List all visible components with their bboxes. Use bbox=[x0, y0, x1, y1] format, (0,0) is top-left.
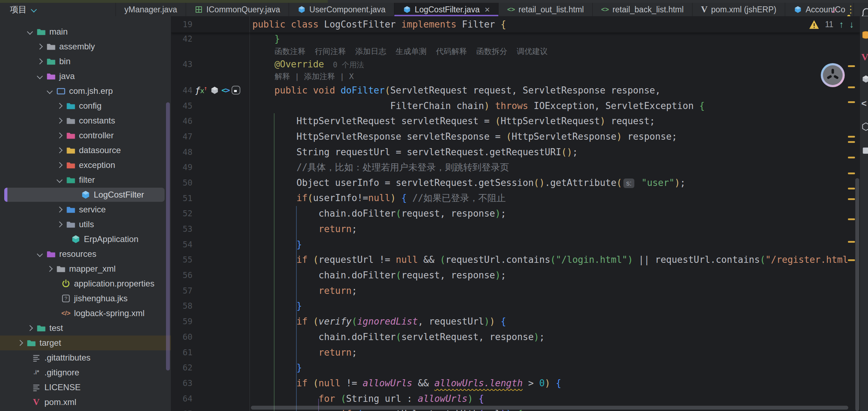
code-token: servletRequest, response bbox=[401, 332, 534, 342]
project-panel-header[interactable]: 项目 bbox=[0, 3, 116, 16]
tree-item-com.jsh.erp[interactable]: com.jsh.erp bbox=[0, 84, 171, 98]
code-editor[interactable]: 19public class LogCostFilter implements … bbox=[171, 16, 860, 411]
error-stripe-mark[interactable] bbox=[848, 259, 855, 261]
editor-vertical-scrollbar[interactable] bbox=[855, 178, 859, 411]
tree-item-resources[interactable]: resources bbox=[0, 247, 171, 261]
chevron-right-icon[interactable] bbox=[57, 162, 63, 168]
chevron-right-icon[interactable] bbox=[37, 59, 43, 65]
ai-cube-icon[interactable] bbox=[210, 86, 219, 95]
tool-stripe-hexagon-icon[interactable] bbox=[861, 122, 868, 133]
tool-stripe-square-icon[interactable] bbox=[861, 146, 868, 157]
error-stripe-mark[interactable] bbox=[848, 136, 855, 138]
editor-horizontal-scrollbar[interactable] bbox=[251, 406, 848, 410]
chevron-right-icon[interactable] bbox=[37, 44, 43, 50]
tab-ICommonQuery.java[interactable]: ICommonQuery.java bbox=[186, 3, 289, 16]
code-token: ; bbox=[352, 224, 357, 234]
tree-item-datasource[interactable]: datasource bbox=[0, 143, 171, 158]
more-tabs-button[interactable]: ⋮ bbox=[844, 3, 858, 16]
tree-item-.gitignore[interactable]: .i*.gitignore bbox=[0, 365, 171, 380]
package-icon bbox=[56, 86, 66, 96]
chevron-down-icon[interactable] bbox=[47, 88, 53, 94]
code-token: userInfo!= bbox=[313, 193, 368, 203]
code-token: String requestUrl = servletRequest.getRe… bbox=[252, 147, 561, 157]
tree-item-controller[interactable]: controller bbox=[0, 128, 171, 143]
prev-warning-arrow-icon[interactable]: ↑ bbox=[839, 19, 844, 30]
tab-retail_back_list.html[interactable]: <>retail_back_list.html bbox=[592, 3, 692, 16]
code-token: ) bbox=[627, 254, 633, 265]
chevron-right-icon[interactable] bbox=[57, 207, 63, 213]
tree-item-application.properties[interactable]: application.properties bbox=[0, 276, 171, 291]
tree-item-.gitattributes[interactable]: .gitattributes bbox=[0, 350, 171, 365]
chevron-right-icon[interactable] bbox=[57, 118, 63, 124]
tree-item-main[interactable]: main bbox=[0, 24, 171, 39]
tool-stripe-angle-icon[interactable]: < bbox=[861, 98, 867, 109]
tree-item-constants[interactable]: constants bbox=[0, 113, 171, 128]
tab-pom.xml-jshERP-[interactable]: Vpom.xml (jshERP) bbox=[692, 3, 785, 16]
code-token: null bbox=[368, 193, 390, 203]
sidebar-scrollbar[interactable] bbox=[166, 102, 170, 370]
tool-stripe-maven-icon[interactable]: V bbox=[861, 52, 868, 63]
tree-item-mapper_xml[interactable]: mapper_xml bbox=[0, 261, 171, 276]
error-stripe-mark[interactable] bbox=[848, 141, 855, 143]
inspection-widget[interactable]: 11 ↑ ↓ bbox=[809, 16, 854, 32]
code-token: return bbox=[252, 224, 352, 234]
code-token: null bbox=[319, 378, 341, 388]
ai-fx-icon[interactable]: ƒx↑ bbox=[195, 86, 208, 95]
tree-item-test[interactable]: test bbox=[0, 321, 171, 336]
chevron-right-icon[interactable] bbox=[17, 340, 23, 346]
error-stripe-mark[interactable] bbox=[848, 198, 855, 200]
close-icon[interactable]: × bbox=[485, 5, 490, 14]
error-stripe-mark[interactable] bbox=[848, 173, 855, 174]
tree-item-java[interactable]: java bbox=[0, 69, 171, 84]
code-token: { bbox=[401, 193, 407, 203]
tree-item-utils[interactable]: utils bbox=[0, 217, 171, 232]
code-text: chain.doFilter(request, response); bbox=[250, 208, 506, 219]
chevron-right-icon[interactable] bbox=[47, 266, 53, 272]
tool-stripe-coins-icon[interactable] bbox=[861, 30, 868, 41]
tree-item-target[interactable]: target bbox=[0, 336, 171, 350]
error-stripe-mark[interactable] bbox=[848, 157, 855, 158]
error-stripe-mark[interactable] bbox=[848, 218, 855, 220]
tree-item-config[interactable]: config bbox=[0, 98, 171, 113]
tree-item-filter[interactable]: filter bbox=[0, 173, 171, 187]
tree-item-pom.xml[interactable]: Vpom.xml bbox=[0, 395, 171, 410]
chevron-down-icon[interactable] bbox=[37, 73, 43, 79]
chevron-right-icon[interactable] bbox=[27, 325, 33, 331]
tree-item-service[interactable]: service bbox=[0, 202, 171, 217]
code-text: return; bbox=[250, 285, 357, 296]
error-stripe-mark[interactable] bbox=[848, 101, 855, 103]
chevron-down-icon[interactable] bbox=[31, 7, 37, 13]
chevron-down-icon[interactable] bbox=[37, 251, 43, 257]
code-token bbox=[396, 193, 401, 203]
tab-UserComponent.java[interactable]: UserComponent.java bbox=[289, 3, 394, 16]
tree-item-bin[interactable]: bin bbox=[0, 54, 171, 69]
code-line-62: 62 } bbox=[171, 360, 860, 375]
tool-stripe-cube-icon[interactable] bbox=[861, 74, 868, 85]
tree-item-LICENSE[interactable]: LICENSE bbox=[0, 380, 171, 395]
tab-retail_out_list.html[interactable]: <>retail_out_list.html bbox=[498, 3, 592, 16]
chevron-right-icon[interactable] bbox=[57, 133, 63, 139]
tree-item-jishenghua.jks[interactable]: ?jishenghua.jks bbox=[0, 291, 171, 306]
tree-item-ErpApplication[interactable]: ErpApplication bbox=[0, 232, 171, 247]
tree-item-assembly[interactable]: assembly bbox=[0, 39, 171, 54]
error-stripe-mark[interactable] bbox=[848, 241, 855, 243]
tab-LogCostFilter.java[interactable]: LogCostFilter.java× bbox=[394, 3, 498, 16]
ai-assistant-badge[interactable] bbox=[820, 62, 845, 88]
chevron-down-icon[interactable] bbox=[57, 177, 63, 183]
chevron-right-icon[interactable] bbox=[57, 147, 63, 153]
tree-item-logback-spring.xml[interactable]: </>logback-spring.xml bbox=[0, 306, 171, 321]
error-stripe-mark[interactable] bbox=[848, 86, 855, 88]
chevron-right-icon[interactable] bbox=[57, 103, 63, 109]
tab-label: pom.xml (jshERP) bbox=[711, 5, 776, 14]
tab-yManager.java[interactable]: yManager.java bbox=[116, 3, 186, 16]
next-warning-arrow-icon[interactable]: ↓ bbox=[849, 19, 854, 30]
chevron-down-icon[interactable] bbox=[27, 29, 33, 35]
ai-terminal-icon[interactable] bbox=[232, 86, 240, 95]
error-stripe-mark[interactable] bbox=[848, 188, 855, 189]
tree-item-LogCostFilter[interactable]: LogCostFilter bbox=[0, 187, 171, 202]
expand-tabs-button[interactable]: ↔ bbox=[826, 3, 840, 16]
tree-item-exception[interactable]: exception bbox=[0, 158, 171, 173]
error-stripe-mark[interactable] bbox=[848, 65, 855, 67]
chevron-right-icon[interactable] bbox=[57, 222, 63, 228]
ai-code-icon[interactable]: <> bbox=[221, 86, 229, 95]
